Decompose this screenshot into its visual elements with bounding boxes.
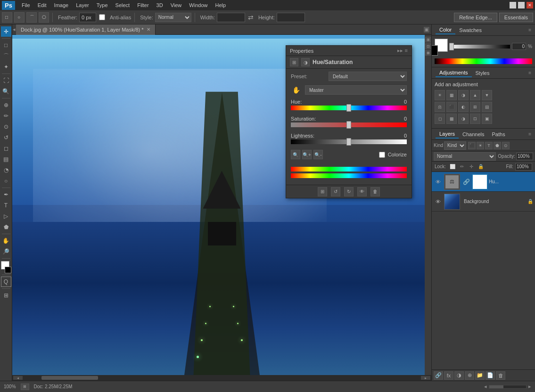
saturation-slider[interactable] xyxy=(291,122,407,127)
colorize-checkbox[interactable] xyxy=(379,152,385,158)
eyedropper-tool[interactable]: 🔍 xyxy=(1,86,11,97)
status-scroll-thumb[interactable] xyxy=(489,385,503,388)
tab-layers[interactable]: Layers xyxy=(436,130,459,139)
hue-slider[interactable] xyxy=(291,106,407,110)
horizontal-scrollbar[interactable]: ◂ ▸ xyxy=(12,375,431,381)
menu-layer[interactable]: Layer xyxy=(72,1,93,9)
tab-styles[interactable]: Styles xyxy=(472,69,494,77)
layer-vis-bg[interactable]: 👁 xyxy=(434,197,442,206)
lasso-tool[interactable]: ⌒ xyxy=(1,51,11,61)
hand-tool[interactable]: ✋ xyxy=(1,236,11,246)
delete-layer-btn[interactable]: 🗑 xyxy=(496,371,505,380)
scroll-left-btn[interactable]: ◂ xyxy=(13,376,23,380)
adj-brightness-icon[interactable]: ☀ xyxy=(435,90,445,100)
path-select-tool[interactable]: ▷ xyxy=(1,211,11,221)
layer-style-btn[interactable]: fx xyxy=(444,371,453,380)
poly-select-tool[interactable]: ⎔ xyxy=(39,12,49,23)
lock-transparent-icon[interactable]: ⬜ xyxy=(449,163,456,171)
adj-gradmap-icon[interactable]: ▣ xyxy=(482,114,492,124)
prop-grid-icon[interactable]: ⊞ xyxy=(290,58,298,66)
essentials-button[interactable]: Essentials xyxy=(499,13,533,22)
scroll-right-btn[interactable]: ▸ xyxy=(421,376,430,380)
tab-swatches[interactable]: Swatches xyxy=(455,26,486,34)
status-scrollbar[interactable] xyxy=(489,385,527,389)
fit-on-screen-btn[interactable]: ⊞ xyxy=(21,384,29,390)
history-brush-tool[interactable]: ↺ xyxy=(1,132,11,143)
menu-image[interactable]: Image xyxy=(50,1,73,9)
preset-select[interactable]: Default xyxy=(329,72,407,81)
magic-wand-tool[interactable]: ✦ xyxy=(1,62,11,72)
tab-scroll-left[interactable]: ◂ xyxy=(12,24,16,34)
color-spectrum[interactable] xyxy=(435,58,532,64)
k-channel-value[interactable] xyxy=(512,43,526,50)
text-tool[interactable]: T xyxy=(1,200,11,211)
eyedropper-add-btn[interactable]: 🔍+ xyxy=(302,150,312,159)
tab-paths[interactable]: Paths xyxy=(488,131,509,138)
canvas-viewport[interactable]: Properties ▸▸ ≡ ⊞ ◑ Hue/Saturation Prese… xyxy=(12,35,431,375)
h-scroll-thumb[interactable] xyxy=(41,376,98,380)
adj-panel-collapse[interactable]: ≡ xyxy=(528,70,531,75)
menu-window[interactable]: Window xyxy=(185,1,211,9)
menu-type[interactable]: Type xyxy=(93,1,112,9)
lightness-slider[interactable] xyxy=(291,139,407,144)
color-panel-collapse[interactable]: ≡ xyxy=(528,27,531,33)
k-channel-slider[interactable] xyxy=(449,45,510,49)
gradient-tool[interactable]: ▤ xyxy=(1,154,11,164)
width-input[interactable] xyxy=(217,13,245,22)
close-button[interactable]: ✕ xyxy=(527,2,533,8)
layer-kind-select[interactable]: Kind xyxy=(444,141,466,150)
minimize-button[interactable]: ─ xyxy=(510,2,516,8)
tab-color[interactable]: Color xyxy=(436,26,455,34)
prop-vis-btn[interactable]: 👁 xyxy=(357,187,367,196)
new-layer-btn[interactable]: 📄 xyxy=(486,371,495,380)
props-expand-icon[interactable]: ▸▸ xyxy=(397,48,403,54)
tab-adjustments[interactable]: Adjustments xyxy=(436,69,472,77)
fill-input[interactable] xyxy=(515,163,532,171)
adj-colorbalance-icon[interactable]: ⬛ xyxy=(446,102,457,112)
adj-curves-icon[interactable]: ◑ xyxy=(458,90,469,100)
style-select[interactable]: Normal Fixed Ratio Fixed Size xyxy=(155,13,191,22)
adj-huesat-icon[interactable]: ⚖ xyxy=(435,102,445,112)
lasso-select-tool[interactable]: ⌒ xyxy=(26,12,37,23)
prop-delete-btn[interactable]: 🗑 xyxy=(370,187,380,196)
menu-3d[interactable]: 3D xyxy=(153,1,167,9)
swap-dims-icon[interactable]: ⇄ xyxy=(247,14,255,21)
lock-image-icon[interactable]: ✏ xyxy=(458,163,466,171)
layer-vis-hue[interactable]: 👁 xyxy=(434,178,442,186)
filter-pixel-icon[interactable]: ⬛ xyxy=(468,142,476,149)
new-group-btn[interactable]: 📁 xyxy=(475,371,485,380)
adj-invert-icon[interactable]: ▩ xyxy=(446,114,457,124)
add-mask-btn[interactable]: ◑ xyxy=(454,371,464,380)
prop-prev-btn[interactable]: ↺ xyxy=(331,187,340,196)
adj-bw-icon[interactable]: ◐ xyxy=(458,102,469,112)
adj-levels-icon[interactable]: ▦ xyxy=(446,90,457,100)
prop-mask-icon[interactable]: ◑ xyxy=(301,58,310,66)
menu-filter[interactable]: Filter xyxy=(133,1,152,9)
status-prev-btn[interactable]: ◂ xyxy=(484,384,487,390)
layer-mask-hue[interactable] xyxy=(472,174,488,190)
props-menu-icon[interactable]: ≡ xyxy=(405,48,408,54)
eyedropper-btn[interactable]: 🔍 xyxy=(291,150,300,159)
blend-mode-select[interactable]: Normal Dissolve Multiply Screen Overlay xyxy=(434,152,496,161)
shape-tool[interactable]: ⬟ xyxy=(1,222,11,232)
lock-position-icon[interactable]: ✛ xyxy=(468,163,475,171)
layer-row-bg[interactable]: 👁 Background 🔒 xyxy=(432,192,535,212)
rect-marquee-tool[interactable]: □ xyxy=(1,40,11,50)
lock-all-icon[interactable]: 🔒 xyxy=(477,163,485,171)
document-tab[interactable]: Dock.jpg @ 100% (Hue/Saturation 1, Layer… xyxy=(16,24,156,35)
adj-channelmixer-icon[interactable]: ▤ xyxy=(482,102,492,112)
channel-select[interactable]: Master Reds Yellows Greens Cyans Blues M… xyxy=(305,85,407,95)
menu-help[interactable]: Help xyxy=(211,1,230,9)
menu-edit[interactable]: Edit xyxy=(34,1,50,9)
adj-threshold-icon[interactable]: ⊡ xyxy=(470,114,480,124)
brush-tool[interactable]: ✏ xyxy=(1,111,11,121)
feather-input[interactable] xyxy=(79,13,96,22)
tab-channels[interactable]: Channels xyxy=(459,131,488,138)
eyedropper-sub-btn[interactable]: 🔍- xyxy=(313,150,323,159)
opacity-input[interactable] xyxy=(516,153,533,160)
pen-tool[interactable]: ✒ xyxy=(1,189,11,200)
menu-select[interactable]: Select xyxy=(112,1,134,9)
refine-edge-button[interactable]: Refine Edge... xyxy=(454,13,497,22)
canvas-side-btn1[interactable]: ⊞ xyxy=(425,37,431,42)
adj-exposure-icon[interactable]: ▲ xyxy=(470,90,480,100)
